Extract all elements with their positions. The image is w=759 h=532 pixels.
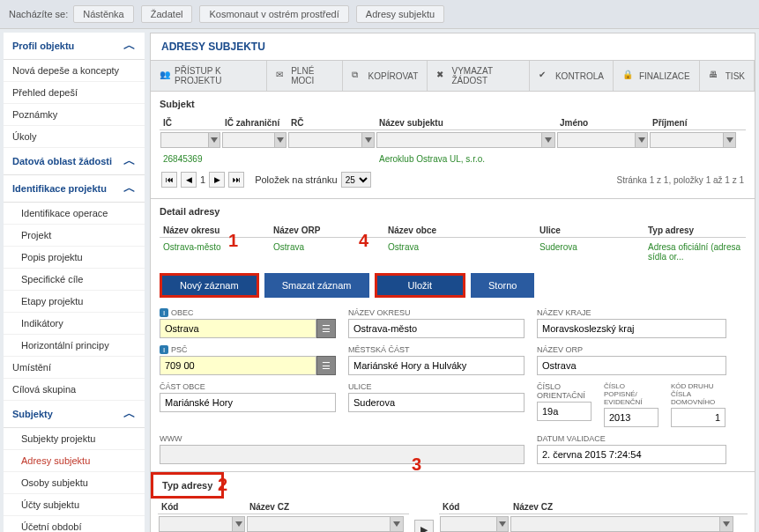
- col-ic-zahr[interactable]: IČ zahraniční: [221, 115, 287, 129]
- sidebar-item[interactable]: Specifické cíle: [4, 269, 145, 291]
- col-kod[interactable]: Kód: [158, 499, 246, 514]
- col-ic[interactable]: IČ: [160, 115, 221, 129]
- pager-first[interactable]: ⏮: [161, 172, 177, 188]
- input-psc[interactable]: [160, 356, 316, 375]
- sidebar-item[interactable]: Indikátory: [4, 313, 145, 335]
- pager-next[interactable]: ▶: [209, 172, 225, 188]
- sidebar-item[interactable]: Horizontální principy: [4, 335, 145, 357]
- sidebar-item[interactable]: Poznámky: [4, 104, 145, 126]
- filter-icon[interactable]: [209, 132, 220, 148]
- storno-button[interactable]: Storno: [471, 273, 534, 298]
- filter-icon[interactable]: [497, 516, 509, 532]
- sidebar-item[interactable]: Subjekty projektu: [4, 428, 145, 450]
- filter-input[interactable]: [222, 132, 275, 148]
- filter-input[interactable]: [557, 132, 636, 148]
- toolbar-kopirovat[interactable]: ⧉KOPÍROVAT: [343, 61, 428, 91]
- pager-prev[interactable]: ◀: [181, 172, 197, 188]
- input-kraj[interactable]: [537, 319, 726, 338]
- input-orp[interactable]: [537, 356, 726, 375]
- sidebar-item[interactable]: Nová depeše a koncepty: [4, 60, 145, 82]
- filter-icon[interactable]: [542, 132, 555, 148]
- input-cislo-pop[interactable]: [604, 408, 659, 427]
- breadcrumb-item[interactable]: Adresy subjektu: [356, 5, 444, 23]
- filter-icon[interactable]: [391, 516, 404, 532]
- move-right-button[interactable]: ▶: [414, 520, 434, 532]
- toolbar-finalizace[interactable]: 🔒FINALIZACE: [614, 61, 700, 91]
- input-cislo-or[interactable]: [537, 402, 592, 421]
- col[interactable]: Ulice: [536, 222, 644, 237]
- sidebar-item[interactable]: Etapy projektu: [4, 291, 145, 313]
- filter-icon[interactable]: [720, 516, 733, 532]
- filter-input[interactable]: [510, 516, 720, 532]
- col-nazev[interactable]: Název subjektu: [376, 115, 556, 129]
- filter-input[interactable]: [376, 132, 542, 148]
- input-www[interactable]: [160, 445, 525, 464]
- filter-icon[interactable]: [362, 132, 375, 148]
- col-kod[interactable]: Kód: [439, 499, 510, 514]
- filter-input[interactable]: [247, 516, 391, 532]
- cell: Ostrava: [384, 240, 536, 263]
- sidebar-item[interactable]: Cílová skupina: [4, 379, 145, 401]
- ulozit-button[interactable]: Uložit: [375, 273, 466, 298]
- sidebar-item[interactable]: Popis projektu: [4, 247, 145, 269]
- toolbar-kontrola[interactable]: ✔KONTROLA: [530, 61, 614, 91]
- smazat-zaznam-button[interactable]: Smazat záznam: [264, 273, 369, 298]
- filter-input[interactable]: [288, 132, 362, 148]
- input-mestska[interactable]: [348, 356, 525, 375]
- toolbar-plnemoci[interactable]: ✉PLNÉ MOCI: [267, 61, 342, 91]
- toolbar-vymazat[interactable]: ✖VYMAZAT ŽÁDOST: [428, 61, 530, 91]
- sidebar-group-identifikace[interactable]: Identifikace projektu︿: [4, 175, 145, 203]
- breadcrumb-item[interactable]: Kosmonaut v ostrém prostředí: [199, 5, 348, 23]
- pager-last[interactable]: ⏭: [228, 172, 244, 188]
- col[interactable]: Název obce: [384, 222, 536, 237]
- col-prijmeni[interactable]: Příjmení: [649, 115, 737, 129]
- subjekt-row[interactable]: 26845369 Aeroklub Ostrava UL, s.r.o.: [160, 150, 746, 168]
- toolbar-tisk[interactable]: 🖶TISK: [700, 61, 755, 91]
- filter-input[interactable]: [650, 132, 724, 148]
- filter-input[interactable]: [440, 516, 497, 532]
- input-kod-druhu[interactable]: [671, 408, 726, 427]
- col-rc[interactable]: RČ: [287, 115, 376, 129]
- filter-icon[interactable]: [724, 132, 736, 148]
- filter-input[interactable]: [159, 516, 233, 532]
- filter-icon[interactable]: [233, 516, 245, 532]
- filter-icon[interactable]: [636, 132, 648, 148]
- input-okres[interactable]: [348, 319, 525, 338]
- cell: Adresa oficiální (adresa sídla or...: [644, 240, 746, 263]
- input-castobce[interactable]: [160, 393, 336, 412]
- filter-input[interactable]: [160, 132, 209, 148]
- sidebar-group-subjekty[interactable]: Subjekty︿: [4, 401, 145, 428]
- col-jmeno[interactable]: Jméno: [556, 115, 649, 129]
- sidebar-item[interactable]: Účetní období: [4, 516, 145, 532]
- form-row-4: WWW DATUM VALIDACE: [160, 434, 746, 464]
- col[interactable]: Typ adresy: [644, 222, 746, 237]
- chevron-up-icon: ︿: [123, 406, 136, 422]
- sidebar-item[interactable]: Identifikace operace: [4, 203, 145, 225]
- pager-label: Položek na stránku: [255, 174, 338, 185]
- breadcrumb-item[interactable]: Žadatel: [141, 5, 193, 23]
- sidebar-item[interactable]: Přehled depeší: [4, 82, 145, 104]
- sidebar-group-datova[interactable]: Datová oblast žádosti︿: [4, 148, 145, 175]
- novy-zaznam-button[interactable]: Nový záznam: [160, 273, 259, 298]
- sidebar-item[interactable]: Umístění: [4, 357, 145, 379]
- col[interactable]: Název okresu: [160, 222, 270, 237]
- lock-icon: 🔒: [622, 70, 635, 82]
- sidebar-item[interactable]: Osoby subjektu: [4, 472, 145, 494]
- sidebar-item[interactable]: Účty subjektu: [4, 494, 145, 516]
- input-obec[interactable]: [160, 319, 316, 338]
- sidebar-item[interactable]: Projekt: [4, 225, 145, 247]
- col-nazev[interactable]: Název CZ: [246, 499, 405, 514]
- filter-icon[interactable]: [275, 132, 286, 148]
- detail-row[interactable]: Ostrava-město Ostrava Ostrava Suderova A…: [160, 238, 746, 266]
- pager-size[interactable]: 25: [341, 172, 371, 188]
- sidebar-group-profil[interactable]: Profil objektu︿: [4, 33, 145, 60]
- sidebar-item[interactable]: Úkoly: [4, 126, 145, 148]
- col-nazev[interactable]: Název CZ: [510, 499, 734, 514]
- input-ulice[interactable]: [348, 393, 525, 412]
- sidebar-item-active[interactable]: Adresy subjektu: [4, 450, 145, 472]
- input-datum[interactable]: [537, 445, 726, 464]
- lookup-icon[interactable]: ☰: [316, 319, 336, 338]
- breadcrumb-item[interactable]: Nástěnka: [73, 5, 133, 23]
- lookup-icon[interactable]: ☰: [316, 356, 336, 375]
- toolbar-pristup[interactable]: 👥PŘÍSTUP K PROJEKTU: [151, 61, 267, 91]
